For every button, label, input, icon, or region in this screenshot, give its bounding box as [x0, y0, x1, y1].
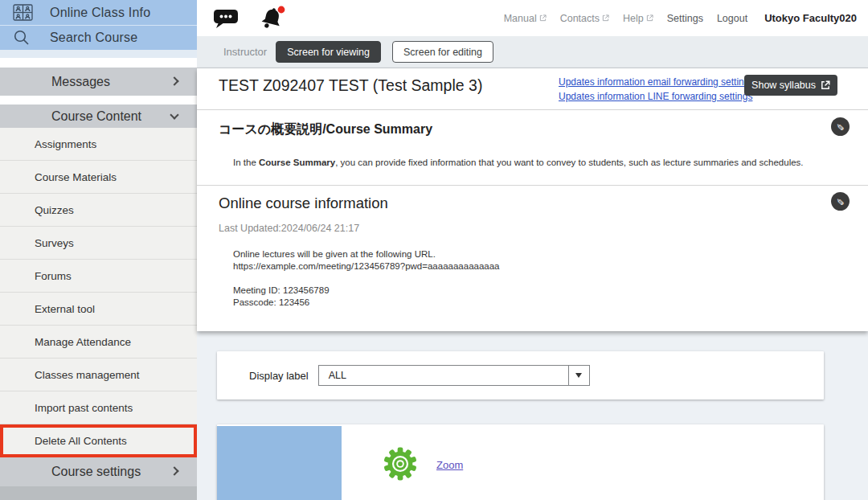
nav-manual-link[interactable]: Manual [504, 13, 547, 24]
pencil-icon: ✎ [835, 197, 846, 205]
sidebar-gap [0, 96, 197, 105]
messages-bubble-icon[interactable] [213, 8, 239, 29]
show-syllabus-button[interactable]: Show syllabus [744, 75, 837, 96]
sidebar-item-search-course[interactable]: Search Course [0, 25, 197, 50]
top-bar: Manual Contacts Help Settings Logout Uto… [197, 0, 868, 36]
pencil-icon: ✎ [835, 122, 846, 130]
sidebar-gap [0, 58, 197, 68]
email-forwarding-settings-link[interactable]: Updates information email forwarding set… [559, 76, 754, 90]
course-summary-heading: コースの概要説明/Course Summary [219, 121, 868, 138]
meeting-id-line: Meeting ID: 123456789 [233, 285, 868, 297]
content-item-card: Zoom [217, 424, 824, 500]
sidebar-bottom-strip [0, 486, 197, 500]
sidebar-divider-strip [0, 50, 197, 58]
external-link-icon [821, 80, 830, 90]
sidebar-item-quizzes[interactable]: Quizzes [0, 194, 197, 227]
screen-for-viewing-button[interactable]: Screen for viewing [276, 41, 381, 63]
nav-link-label: Manual [504, 13, 537, 24]
sidebar-item-surveys[interactable]: Surveys [0, 227, 197, 260]
nav-link-label: Logout [717, 13, 747, 24]
sidebar-item-label: Forums [35, 270, 72, 282]
sidebar-item-external-tool[interactable]: External tool [0, 293, 197, 326]
sidebar-item-course-content[interactable]: Course Content [0, 105, 197, 128]
page-title: TEST Z092407 TEST (Test Sample 3) [219, 76, 482, 95]
nav-link-label: Contacts [560, 13, 600, 24]
page: Online Class Info Search Course Messages… [0, 0, 868, 500]
sidebar-item-manage-attendance[interactable]: Manage Attendance [0, 326, 197, 359]
sidebar-item-label: Online Class Info [50, 6, 150, 20]
course-summary-description: In the Course Summary, you can provide f… [233, 158, 820, 167]
sidebar-item-label: Course Materials [35, 171, 117, 183]
forwarding-links: Updates information email forwarding set… [559, 76, 754, 104]
sidebar-header-label: Course Content [51, 109, 141, 124]
selected-option: ALL [319, 366, 568, 385]
external-link-icon [646, 14, 653, 22]
meeting-url: https://example.com/meeting/123456789?pw… [233, 260, 868, 273]
sidebar-item-label: External tool [35, 303, 95, 315]
sidebar-item-messages[interactable]: Messages [0, 68, 197, 96]
display-label-text: Display label [249, 370, 309, 382]
view-mode-toolbar: Instructor Screen for viewing Screen for… [197, 36, 868, 68]
sidebar-item-label: Import past contents [35, 402, 133, 414]
online-info-heading: Online course information [219, 195, 868, 212]
sidebar-header-label: Course settings [51, 465, 141, 479]
nav-contacts-link[interactable]: Contacts [560, 13, 609, 24]
video-grid-icon [13, 4, 50, 21]
zoom-link[interactable]: Zoom [436, 459, 463, 471]
nav-link-label: Help [623, 13, 644, 24]
edit-online-info-button[interactable]: ✎ [831, 192, 850, 211]
chevron-right-icon [170, 466, 178, 475]
edit-summary-button[interactable]: ✎ [831, 117, 850, 136]
screen-for-editing-button[interactable]: Screen for editing [392, 41, 493, 63]
sidebar-item-assignments[interactable]: Assignments [0, 128, 197, 161]
display-label-card: Display label ALL [217, 351, 824, 400]
course-summary-section: コースの概要説明/Course Summary ✎ In the Course … [197, 110, 868, 186]
contents-list-area: Display label ALL [197, 331, 868, 500]
sidebar-item-classes-management[interactable]: Classes management [0, 359, 197, 391]
sidebar-top-section: Online Class Info Search Course [0, 0, 197, 50]
sidebar-item-label: Search Course [50, 31, 137, 45]
sidebar-item-import-past-contents[interactable]: Import past contents [0, 391, 197, 424]
top-nav: Manual Contacts Help Settings Logout Uto… [504, 12, 857, 24]
passcode-line: Passcode: 123456 [233, 297, 868, 309]
sidebar-item-label: Surveys [35, 237, 74, 249]
sidebar-submenu: Assignments Course Materials Quizzes Sur… [0, 128, 197, 457]
sidebar-item-course-materials[interactable]: Course Materials [0, 161, 197, 194]
last-updated-text: Last Updated:2024/06/24 21:17 [219, 223, 868, 234]
sidebar-item-label: Assignments [35, 138, 96, 150]
caret-down-icon [575, 373, 582, 378]
sidebar-item-label: Manage Attendance [35, 336, 131, 348]
display-label-select[interactable]: ALL [318, 365, 590, 386]
external-link-icon [539, 14, 547, 22]
select-arrow-button [568, 366, 589, 385]
role-label: Instructor [223, 46, 267, 58]
chevron-down-icon [170, 110, 178, 119]
course-header: TEST Z092407 TEST (Test Sample 3) Update… [197, 68, 868, 110]
gear-icon [382, 445, 419, 486]
course-content-panel: TEST Z092407 TEST (Test Sample 3) Update… [197, 68, 868, 331]
sidebar-item-label: Delete All Contents [35, 435, 127, 447]
spacer [233, 273, 868, 285]
sidebar-item-forums[interactable]: Forums [0, 260, 197, 293]
sidebar-item-delete-all-contents[interactable]: Delete All Contents [0, 424, 197, 457]
content-thumbnail [217, 426, 342, 500]
line-forwarding-settings-link[interactable]: Updates information LINE forwarding sett… [559, 90, 754, 105]
notification-bell-icon[interactable] [258, 5, 287, 32]
sidebar-item-label: Classes management [35, 369, 140, 381]
sidebar: Online Class Info Search Course Messages… [0, 0, 197, 500]
user-name: Utokyo Faculty020 [764, 12, 857, 24]
sidebar-item-online-class-info[interactable]: Online Class Info [0, 0, 197, 25]
nav-settings-link[interactable]: Settings [667, 13, 703, 24]
nav-link-label: Settings [667, 13, 703, 24]
chevron-right-icon [170, 76, 178, 85]
sidebar-item-label: Quizzes [35, 204, 74, 216]
info-line: Online lectures will be given at the fol… [233, 248, 868, 260]
nav-help-link[interactable]: Help [623, 13, 653, 24]
sidebar-item-course-settings[interactable]: Course settings [0, 457, 197, 486]
main-area: Manual Contacts Help Settings Logout Uto… [197, 0, 868, 500]
online-course-info-section: Online course information ✎ Last Updated… [197, 186, 868, 330]
nav-logout-link[interactable]: Logout [717, 13, 747, 24]
online-info-body: Online lectures will be given at the fol… [233, 248, 868, 309]
external-link-icon [602, 14, 609, 22]
search-icon [13, 29, 50, 47]
